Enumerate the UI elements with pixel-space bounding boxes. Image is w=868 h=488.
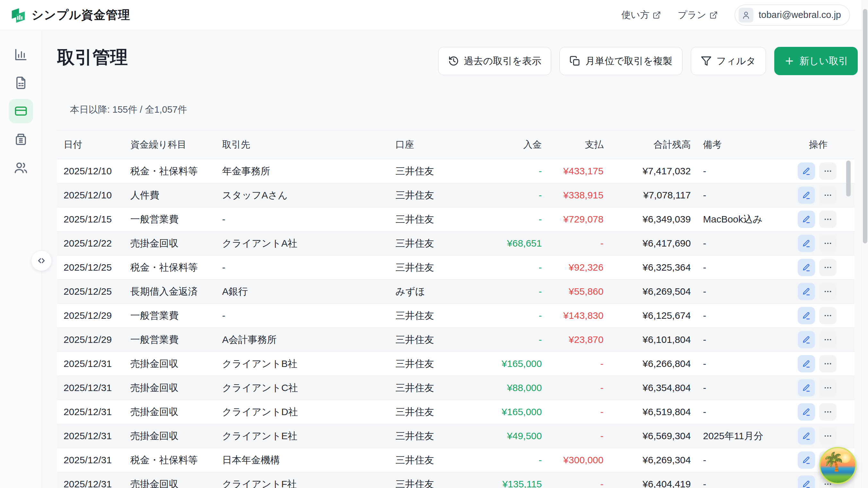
app-title: シンプル資金管理: [31, 7, 130, 23]
edit-button[interactable]: [798, 235, 815, 252]
more-actions-button[interactable]: [819, 355, 837, 372]
sidebar-item-reports[interactable]: [9, 42, 33, 67]
pencil-icon: [802, 480, 811, 488]
pencil-icon: [802, 456, 811, 464]
cell-category: 税金・社保料等: [126, 159, 218, 183]
table-scrollbar-thumb[interactable]: [846, 160, 851, 196]
cell-category: 一般営業費: [126, 328, 218, 352]
new-transaction-button[interactable]: 新しい取引: [774, 47, 858, 75]
cell-balance: ¥6,125,674: [611, 304, 699, 328]
top-bar: シンプル資金管理 使い方 プラン: [0, 0, 868, 30]
more-actions-button[interactable]: [819, 379, 837, 396]
more-actions-button[interactable]: [819, 162, 837, 180]
cell-deposit: -: [491, 183, 550, 207]
plan-link[interactable]: プラン: [678, 9, 718, 22]
cell-date: 2025/12/31: [57, 400, 126, 424]
sidebar-item-documents[interactable]: [9, 71, 33, 95]
main-content: 取引管理 過去の取引を表示 月単位で取引を複製 フィルタ 新しい取引: [42, 30, 868, 488]
table-row: 2025/12/31 売掛金回収 クライアントF社 三井住友 ¥135,115 …: [57, 472, 855, 488]
sidebar-item-transactions[interactable]: [9, 99, 33, 123]
edit-button[interactable]: [798, 403, 815, 421]
cell-date: 2025/12/29: [57, 328, 126, 352]
user-avatar: [739, 8, 753, 23]
ellipsis-icon: [824, 215, 832, 224]
edit-button[interactable]: [798, 355, 815, 372]
cell-account: 三井住友: [391, 328, 491, 352]
document-icon: [14, 76, 28, 90]
ellipsis-icon: [824, 311, 832, 320]
cell-payment: -: [550, 400, 611, 424]
cell-payment: -: [550, 424, 611, 448]
more-actions-button[interactable]: [819, 331, 837, 348]
table-header: 日付 資金繰り科目 取引先 口座 入金 支払 合計残高 備考 操作: [57, 130, 855, 159]
pencil-icon: [802, 191, 811, 200]
cell-deposit: -: [491, 207, 550, 232]
edit-button[interactable]: [798, 307, 815, 324]
ellipsis-icon: [824, 359, 832, 368]
pencil-icon: [802, 239, 811, 248]
pencil-icon: [802, 215, 811, 224]
cell-note: -: [699, 328, 792, 352]
user-menu[interactable]: tobari@webral.co.jp: [735, 4, 850, 26]
col-note: 備考: [699, 130, 792, 159]
cell-note: -: [699, 255, 792, 280]
external-link-icon: [653, 11, 661, 19]
cell-date: 2025/12/22: [57, 232, 126, 255]
island-widget-button[interactable]: 🌴: [819, 447, 857, 484]
edit-button[interactable]: [798, 379, 815, 396]
cell-account: 三井住友: [391, 207, 491, 232]
edit-button[interactable]: [798, 259, 815, 276]
window-scrollbar[interactable]: [862, 0, 868, 488]
cell-counterparty: A銀行: [218, 280, 391, 304]
cell-payment: ¥729,078: [550, 207, 611, 232]
help-link[interactable]: 使い方: [621, 9, 661, 22]
more-actions-button[interactable]: [819, 259, 837, 276]
edit-button[interactable]: [798, 162, 815, 180]
cell-actions: [792, 183, 855, 207]
more-actions-button[interactable]: [819, 235, 837, 252]
col-date: 日付: [57, 130, 126, 159]
pencil-icon: [802, 166, 811, 176]
table-row: 2025/12/31 売掛金回収 クライアントD社 三井住友 ¥165,000 …: [57, 400, 855, 424]
more-actions-button[interactable]: [819, 403, 837, 421]
cell-actions: [792, 400, 855, 424]
sidebar-item-members[interactable]: [9, 155, 33, 180]
cell-actions: [792, 255, 855, 280]
show-past-transactions-button[interactable]: 過去の取引を表示: [438, 47, 551, 75]
sidebar-item-accounts[interactable]: [9, 127, 33, 152]
cell-account: 三井住友: [391, 159, 491, 183]
table-row: 2025/12/15 一般営業費 - 三井住友 - ¥729,078 ¥6,34…: [57, 207, 855, 232]
edit-button[interactable]: [798, 476, 815, 488]
filter-button[interactable]: フィルタ: [691, 47, 766, 75]
window-scrollbar-thumb[interactable]: [863, 9, 867, 243]
credit-card-icon: [14, 104, 28, 118]
more-actions-button[interactable]: [819, 186, 837, 204]
edit-button[interactable]: [798, 427, 815, 445]
ellipsis-icon: [824, 263, 832, 272]
cell-balance: ¥6,354,804: [611, 376, 699, 400]
cell-payment: ¥92,326: [550, 255, 611, 280]
cell-note: -: [699, 400, 792, 424]
cell-account: 三井住友: [391, 424, 491, 448]
more-actions-button[interactable]: [819, 307, 837, 324]
table-body: 2025/12/10 税金・社保料等 年金事務所 三井住友 - ¥433,175…: [57, 159, 855, 488]
edit-button[interactable]: [798, 331, 815, 348]
cell-deposit: ¥49,500: [491, 424, 550, 448]
more-actions-button[interactable]: [819, 211, 837, 228]
sidebar-collapse-button[interactable]: [31, 250, 52, 271]
cell-category: 一般営業費: [126, 304, 218, 328]
cell-note: -: [699, 280, 792, 304]
toolbar: 過去の取引を表示 月単位で取引を複製 フィルタ 新しい取引: [438, 47, 858, 75]
edit-button[interactable]: [798, 283, 815, 300]
duplicate-monthly-button[interactable]: 月単位で取引を複製: [559, 47, 682, 75]
more-actions-button[interactable]: [819, 283, 837, 300]
cell-note: -: [699, 376, 792, 400]
cell-payment: ¥23,870: [550, 328, 611, 352]
edit-button[interactable]: [798, 186, 815, 204]
edit-button[interactable]: [798, 211, 815, 228]
more-actions-button[interactable]: [819, 427, 837, 445]
cell-date: 2025/12/10: [57, 183, 126, 207]
cell-counterparty: クライアントF社: [218, 472, 391, 488]
cell-note: 2025年11月分: [699, 424, 792, 448]
edit-button[interactable]: [798, 451, 815, 469]
